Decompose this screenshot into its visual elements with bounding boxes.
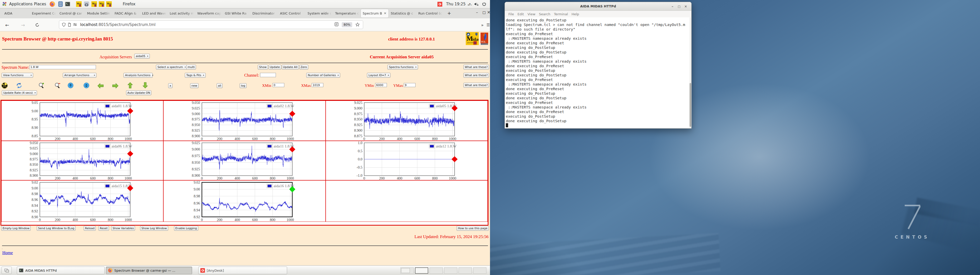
arrow-right-icon[interactable] xyxy=(112,82,119,89)
workspace-4[interactable] xyxy=(444,267,457,274)
update-rate-dropdown[interactable]: Update Rate (4 secs)▾ xyxy=(2,90,37,95)
browser-tab-1[interactable]: AIDA xyxy=(3,9,30,17)
footer-button-enable-logging[interactable]: Enable Logging xyxy=(174,226,198,231)
how-to-use-button[interactable]: How to use this page xyxy=(457,226,489,231)
collapse-icon[interactable] xyxy=(68,82,73,89)
browser-tab-5[interactable]: FADC Align & xyxy=(113,9,140,17)
workspace-2[interactable] xyxy=(415,267,428,274)
footer-button-show-log-window[interactable]: Show Log Window xyxy=(140,226,168,231)
xmax-input[interactable]: 1019 xyxy=(312,83,323,87)
url-bar[interactable]: localhost:8015/Spectrum/Spectrum.tml 80% xyxy=(59,21,363,29)
terminal-close-button[interactable]: ✕ xyxy=(683,4,688,9)
analysis-functions-dropdown[interactable]: Analysis functions▾ xyxy=(124,73,153,77)
spectrum-name-input[interactable]: 1.8.W xyxy=(29,65,96,69)
footer-button-reset[interactable]: Reset xyxy=(99,226,109,231)
page-info-icon[interactable] xyxy=(67,23,72,27)
distro-menu-icon[interactable] xyxy=(2,0,7,8)
xmin-input[interactable]: 0 xyxy=(272,83,284,87)
tray-keyboard[interactable]: ? xyxy=(468,0,472,8)
channel-input[interactable] xyxy=(260,73,276,77)
browser-tab-4[interactable]: Module Settin xyxy=(85,9,112,17)
midas-logo[interactable]: TU Midas powered by POWERED xyxy=(466,32,479,45)
browser-tab-2[interactable]: Experiment Co xyxy=(30,9,57,17)
spectrum-plot-aida02[interactable]: aida02 1.8.W8.9008.9258.9508.9759.0009.0… xyxy=(163,101,325,141)
window-minimize-button[interactable]: – xyxy=(474,10,480,17)
spectrum-plot-aida11[interactable]: aida11 1.8.W8.9008.9258.9508.9759.0009.0… xyxy=(163,141,325,180)
terminal-menu-search[interactable]: Search xyxy=(539,12,550,16)
applications-menu[interactable]: Applications xyxy=(9,0,33,8)
browser-tab-15[interactable]: Statistics @ c xyxy=(389,9,416,17)
tray-power[interactable] xyxy=(482,0,487,8)
forward-button[interactable]: → xyxy=(19,21,27,28)
launcher-files[interactable] xyxy=(57,0,64,8)
spectrum-plot-aida06[interactable]: aida06 1.8.W8.9008.9258.9508.9759.0009.0… xyxy=(1,141,163,180)
launcher-midas-1[interactable]: Midas xyxy=(76,0,82,8)
footer-button-show-variables[interactable]: Show Variables xyxy=(111,226,135,231)
all-button[interactable]: all xyxy=(217,83,223,88)
x-axis-button[interactable]: x xyxy=(168,83,172,88)
launcher-screenshot[interactable] xyxy=(83,0,89,8)
taskbar-task-2[interactable]: Spectrum Browser @ carme-gsi — ... xyxy=(106,267,192,274)
select-spectrum-dropdown[interactable]: Select a spectrum▾ xyxy=(156,65,187,70)
home-link[interactable]: Home xyxy=(2,250,13,255)
what-are-these-button-3[interactable]: What are these? xyxy=(463,83,489,88)
layout-dropdown[interactable]: Layout ID=7▾ xyxy=(367,73,390,77)
terminal-menu-help[interactable]: Help xyxy=(571,12,579,16)
footer-button-empty-log-window[interactable]: Empty Log Window xyxy=(1,226,30,231)
browser-tab-9[interactable]: GSI White Ra xyxy=(223,9,250,17)
zoom-out-icon[interactable] xyxy=(54,82,61,89)
arrow-down-icon[interactable] xyxy=(142,82,148,89)
back-button[interactable]: ← xyxy=(3,21,11,28)
show-button[interactable]: Show xyxy=(258,65,268,70)
terminal-titlebar[interactable]: AIDA MIDAS HTTPd – ◻ ✕ xyxy=(505,2,691,11)
workspace-5[interactable] xyxy=(458,267,472,274)
reload-button[interactable] xyxy=(34,21,41,28)
acquisition-server-select[interactable]: aida05▾ xyxy=(134,54,150,58)
zoom-in-icon[interactable] xyxy=(38,82,45,89)
terminal-menu-edit[interactable]: Edit xyxy=(517,12,524,16)
url-text[interactable]: localhost:8015/Spectrum/Spectrum.tml xyxy=(80,22,334,27)
update-all-button[interactable]: Update All xyxy=(282,65,299,70)
workspace-3[interactable] xyxy=(430,267,443,274)
terminal-scrollbar-thumb[interactable] xyxy=(690,83,691,127)
view-functions-dropdown[interactable]: View functions▾ xyxy=(2,73,33,77)
what-are-these-button-1[interactable]: What are these? xyxy=(463,65,489,70)
multi-button[interactable]: multi xyxy=(186,65,196,70)
browser-tab-3[interactable]: Control @ car xyxy=(58,9,85,17)
log-button[interactable]: log xyxy=(240,83,247,88)
spectrum-plot-aida12[interactable]: aida12 1.8.W-1.0-0.50.00.51.002004006008… xyxy=(326,141,488,180)
browser-tab-7[interactable]: Lost activity m xyxy=(168,9,195,17)
shield-icon[interactable] xyxy=(62,23,66,27)
footer-button-send-log-window-to-elog[interactable]: Send Log Window to ELog xyxy=(37,226,76,231)
spectrum-plot-aida01[interactable]: aida01 1.8.W8.858.908.959.009.0502004006… xyxy=(1,101,163,141)
launcher-terminal[interactable] xyxy=(65,0,71,8)
browser-tab-10[interactable]: Discriminator xyxy=(251,9,278,17)
update-button[interactable]: Update xyxy=(269,65,281,70)
refresh-icon[interactable] xyxy=(16,82,22,89)
spectrum-plot-aida15[interactable]: aida15 1.8.W8.908.928.948.968.989.009.02… xyxy=(1,180,163,222)
spectrum-plot-aida05[interactable]: aida05 1.8.W8.8758.9008.9258.9508.9759.0… xyxy=(326,101,488,141)
launcher-midas-4[interactable]: Midas xyxy=(106,0,112,8)
browser-tab-16[interactable]: Run Control (c xyxy=(417,9,444,17)
terminal-menu-terminal[interactable]: Terminal xyxy=(554,12,568,16)
zero-button[interactable]: Zero xyxy=(299,65,308,70)
browser-tab-8[interactable]: Waveform cap xyxy=(196,9,223,17)
taskbar-task-1[interactable]: AIDA MIDAS HTTPd xyxy=(17,267,105,274)
ymin-input[interactable]: 6000 xyxy=(375,83,387,87)
active-app-name[interactable]: Firefox xyxy=(123,0,135,8)
permissions-icon[interactable] xyxy=(73,23,77,27)
workspace-6[interactable] xyxy=(473,267,487,274)
terminal-menu-view[interactable]: View xyxy=(528,12,535,16)
terminal-restore-button[interactable]: ◻ xyxy=(676,4,682,9)
arrow-up-icon[interactable] xyxy=(127,82,134,89)
tray-anydesk[interactable] xyxy=(438,0,442,8)
auto-update-button[interactable]: Auto Update ON xyxy=(126,90,151,95)
browser-tab-14[interactable]: Spectrum B× xyxy=(361,9,388,17)
zoom-level-badge[interactable]: 80% xyxy=(342,22,352,27)
radioactive-icon[interactable] xyxy=(1,82,8,89)
galleries-dropdown[interactable]: Number of Galleries▾ xyxy=(306,73,340,77)
new-button[interactable]: new xyxy=(190,83,199,88)
panel-clock[interactable]: Thu 19:25 xyxy=(446,0,466,8)
tags-fits-dropdown[interactable]: Tags & Fits▾ xyxy=(185,73,206,77)
browser-tab-12[interactable]: System wide c xyxy=(306,9,333,17)
